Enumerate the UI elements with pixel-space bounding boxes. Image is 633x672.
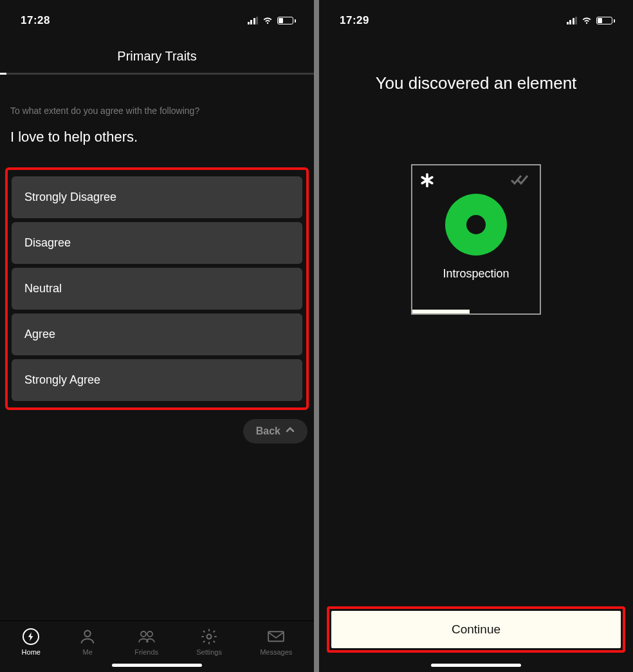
- tab-home[interactable]: Home: [22, 628, 41, 656]
- status-bar: 17:28: [0, 6, 314, 35]
- svg-rect-4: [268, 631, 284, 641]
- tab-label: Home: [22, 648, 41, 656]
- cellular-signal-icon: [248, 17, 259, 24]
- progress-fill: [0, 73, 6, 75]
- person-icon: [78, 628, 96, 646]
- status-icons: [567, 16, 616, 25]
- option-neutral[interactable]: Neutral: [12, 268, 302, 310]
- double-check-icon: [510, 173, 532, 189]
- envelope-icon: [267, 628, 285, 646]
- answer-options-highlight: Strongly Disagree Disagree Neutral Agree…: [5, 167, 309, 410]
- option-disagree[interactable]: Disagree: [12, 222, 302, 264]
- element-name: Introspection: [412, 267, 540, 281]
- tab-label: Me: [83, 648, 93, 656]
- question-text: I love to help others.: [10, 129, 304, 145]
- status-time: 17:29: [340, 14, 369, 27]
- people-icon: [138, 628, 156, 646]
- tab-label: Messages: [260, 648, 292, 656]
- tab-label: Settings: [196, 648, 222, 656]
- element-card-wrap: Introspection: [319, 164, 633, 315]
- option-strongly-agree[interactable]: Strongly Agree: [12, 359, 302, 401]
- tab-me[interactable]: Me: [78, 628, 96, 656]
- option-strongly-disagree[interactable]: Strongly Disagree: [12, 176, 302, 218]
- progress-bar: [0, 73, 314, 75]
- bolt-icon: [22, 628, 40, 646]
- asterisk-icon: [420, 173, 434, 190]
- status-bar: 17:29: [319, 6, 633, 35]
- svg-point-3: [207, 635, 212, 639]
- discovered-headline: You discovered an element: [319, 35, 633, 93]
- back-button-label: Back: [256, 425, 280, 437]
- wifi-icon: [262, 16, 273, 25]
- back-button[interactable]: Back: [243, 419, 307, 443]
- home-indicator: [431, 664, 521, 667]
- svg-point-0: [84, 631, 90, 637]
- gear-icon: [200, 628, 218, 646]
- battery-icon: [277, 17, 296, 24]
- wifi-icon: [581, 16, 592, 25]
- screen-primary-traits: 17:28 Primary Traits To what extent do y…: [0, 0, 314, 672]
- tab-label: Friends: [134, 648, 158, 656]
- question-section: To what extent do you agree with the fol…: [0, 75, 314, 167]
- continue-button[interactable]: Continue: [331, 611, 621, 648]
- option-agree[interactable]: Agree: [12, 313, 302, 355]
- header: Primary Traits: [0, 35, 314, 73]
- battery-icon: [596, 17, 615, 24]
- chevron-up-icon: [286, 425, 295, 437]
- home-indicator: [112, 664, 202, 667]
- tab-friends[interactable]: Friends: [134, 628, 158, 656]
- cellular-signal-icon: [567, 17, 578, 24]
- page-title: Primary Traits: [0, 49, 314, 64]
- status-icons: [248, 16, 297, 25]
- svg-point-2: [147, 631, 152, 637]
- screen-discovered-element: 17:29 You discovered an element: [319, 0, 633, 672]
- element-ring-icon: [445, 194, 507, 256]
- tab-settings[interactable]: Settings: [196, 628, 222, 656]
- svg-point-1: [141, 631, 146, 637]
- status-time: 17:28: [21, 14, 50, 27]
- continue-highlight: Continue: [327, 606, 625, 653]
- question-meta: To what extent do you agree with the fol…: [10, 106, 304, 116]
- tab-bar: Home Me Friends Settings Messages: [0, 621, 314, 660]
- element-card[interactable]: Introspection: [411, 164, 541, 315]
- card-progress-fill: [412, 310, 470, 313]
- card-progress: [412, 310, 540, 313]
- tab-messages[interactable]: Messages: [260, 628, 292, 656]
